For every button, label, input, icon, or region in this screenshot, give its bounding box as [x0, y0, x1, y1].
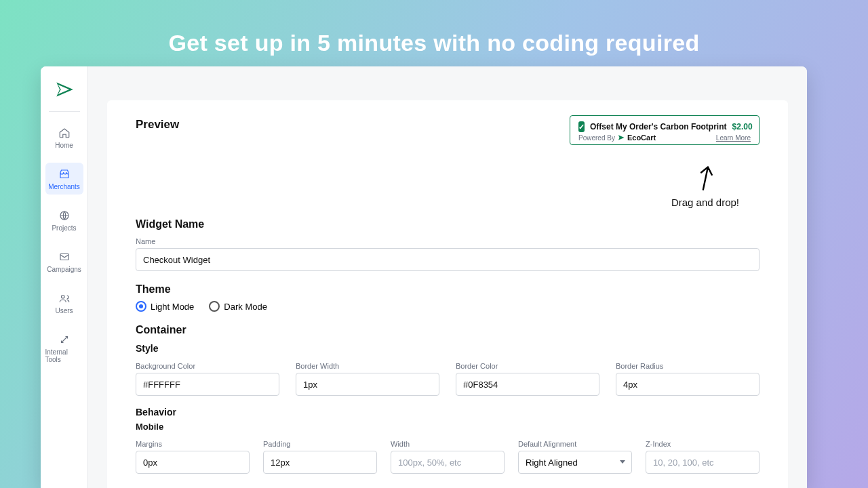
topbar [88, 66, 807, 100]
theme-dark-radio[interactable]: Dark Mode [209, 301, 267, 312]
container-heading: Container [136, 324, 760, 336]
preview-widget[interactable]: ✓ Offset My Order's Carbon Footprint $2.… [570, 115, 760, 145]
sidebar: Home Merchants Projects Campaigns Users … [41, 66, 88, 488]
border-radius-input[interactable] [616, 373, 760, 396]
sidebar-item-projects[interactable]: Projects [45, 204, 83, 236]
sidebar-divider [49, 111, 80, 112]
border-width-input[interactable] [296, 373, 439, 396]
border-color-label: Border Color [456, 362, 599, 370]
padding-input[interactable] [263, 451, 377, 474]
storefront-icon [58, 168, 71, 180]
bg-color-input[interactable] [136, 373, 279, 396]
style-subheading: Style [136, 343, 760, 354]
arrow-icon [696, 165, 715, 194]
radio-dot-icon [209, 301, 220, 312]
annotation-text: Drag and drop! [671, 197, 739, 208]
sidebar-item-label: Internal Tools [45, 348, 83, 363]
zindex-input[interactable] [646, 451, 760, 474]
sidebar-item-label: Merchants [48, 183, 80, 190]
name-label: Name [136, 237, 760, 245]
alignment-label: Default Alignment [518, 440, 632, 448]
home-icon [58, 127, 71, 139]
border-color-input[interactable] [456, 373, 599, 396]
sidebar-item-users[interactable]: Users [45, 287, 83, 319]
preview-widget-price: $2.00 [732, 122, 753, 131]
sidebar-item-merchants[interactable]: Merchants [45, 163, 83, 195]
behavior-subheading: Behavior [136, 407, 760, 418]
tools-icon [58, 333, 71, 346]
alignment-select[interactable]: Right Aligned [518, 451, 632, 474]
bg-color-label: Background Color [136, 362, 279, 370]
powered-by: Powered By EcoCart [578, 134, 656, 142]
users-icon [58, 292, 71, 304]
sidebar-item-label: Home [55, 142, 73, 149]
checkbox-icon[interactable]: ✓ [578, 121, 585, 132]
powered-by-prefix: Powered By [578, 134, 615, 142]
radio-label: Dark Mode [224, 302, 267, 312]
width-label: Width [391, 440, 505, 448]
learn-more-link[interactable]: Learn More [716, 134, 751, 142]
svg-point-2 [61, 296, 64, 299]
radio-dot-icon [136, 301, 146, 312]
widget-name-input[interactable] [136, 248, 760, 271]
content-area: Preview ✓ Offset My Order's Carbon Footp… [88, 66, 807, 488]
padding-label: Padding [263, 440, 377, 448]
theme-heading: Theme [136, 283, 760, 296]
mail-icon [58, 251, 71, 263]
page-card: Preview ✓ Offset My Order's Carbon Footp… [107, 100, 788, 488]
hero-headline: Get set up in 5 minutes with no coding r… [0, 0, 868, 77]
sidebar-item-label: Campaigns [47, 266, 81, 273]
preview-widget-title: Offset My Order's Carbon Footprint [590, 122, 727, 131]
radio-label: Light Mode [151, 302, 194, 312]
sidebar-item-label: Users [55, 307, 73, 314]
sidebar-item-label: Projects [52, 224, 76, 232]
widget-name-heading: Widget Name [136, 218, 760, 230]
width-input[interactable] [391, 451, 505, 474]
globe-icon [58, 209, 71, 222]
margins-input[interactable] [136, 451, 250, 474]
border-radius-label: Border Radius [616, 362, 760, 370]
margins-label: Margins [136, 440, 250, 448]
theme-light-radio[interactable]: Light Mode [136, 301, 194, 312]
zindex-label: Z-Index [646, 440, 760, 448]
svg-rect-1 [60, 254, 68, 260]
mobile-subheading: Mobile [136, 422, 760, 432]
app-logo [48, 73, 81, 106]
app-window: Home Merchants Projects Campaigns Users … [41, 66, 807, 488]
sidebar-item-home[interactable]: Home [45, 121, 83, 153]
brand-name: EcoCart [627, 134, 656, 142]
paper-plane-icon [55, 80, 74, 99]
drag-drop-annotation: Drag and drop! [671, 165, 739, 208]
sidebar-item-internal-tools[interactable]: Internal Tools [45, 328, 83, 367]
paper-plane-icon [618, 134, 625, 141]
border-width-label: Border Width [296, 362, 439, 370]
sidebar-item-campaigns[interactable]: Campaigns [45, 245, 83, 277]
